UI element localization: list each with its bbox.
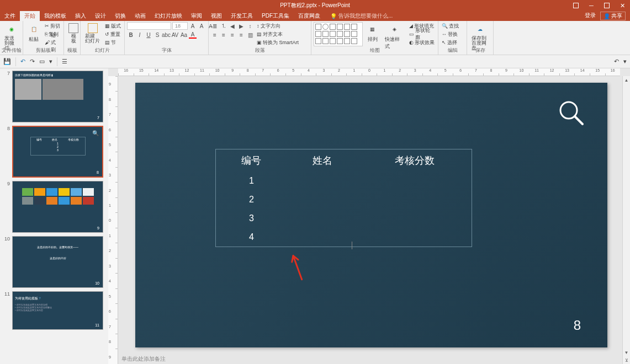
close-button[interactable]: ✕ <box>615 0 630 11</box>
scroll-up-button[interactable]: ▲ <box>623 76 630 84</box>
table-cell[interactable]: 4 <box>216 228 287 247</box>
table-cell[interactable] <box>287 209 358 228</box>
increase-indent-button[interactable]: ▶ <box>237 22 245 30</box>
table-cell[interactable] <box>287 172 358 190</box>
align-left-button[interactable]: ≡ <box>211 31 219 39</box>
tab-baidu[interactable]: 百度网盘 <box>294 11 325 21</box>
arrange-button[interactable]: ▦ 排列 <box>364 22 381 44</box>
underline-button[interactable]: U <box>145 31 152 39</box>
slide-canvas[interactable]: 编号 姓名 考核分数 1 2 3 4 8 <box>135 83 607 347</box>
slide-thumbnail-selected[interactable]: 🔍 编号姓名考核分数 123 8 <box>12 126 103 178</box>
shape-effects-button[interactable]: ◐形状效果 <box>408 39 436 46</box>
reset-button[interactable]: ↺重置 <box>104 30 122 38</box>
decrease-indent-button[interactable]: ◀ <box>229 22 236 30</box>
shadow-button[interactable]: abc <box>162 31 170 39</box>
file-menu[interactable]: 文件 <box>0 12 20 20</box>
share-button[interactable]: 👤 共享 <box>600 12 626 20</box>
shapes-gallery[interactable] <box>314 22 363 46</box>
tab-developer[interactable]: 开发工具 <box>226 11 257 21</box>
align-right-button[interactable]: ≡ <box>229 31 236 39</box>
template-button[interactable]: 模 板 <box>66 22 81 45</box>
group-label-template: 模板 <box>64 47 80 54</box>
tab-my-templates[interactable]: 我的模板 <box>40 11 71 21</box>
font-color-button[interactable]: A <box>189 31 197 39</box>
replace-button[interactable]: ↔替换 <box>441 30 460 38</box>
slide-table[interactable]: 编号 姓名 考核分数 1 2 3 4 <box>215 149 472 247</box>
line-spacing-button[interactable]: ↕ <box>246 22 254 30</box>
table-cell[interactable]: 2 <box>216 190 287 209</box>
table-cell[interactable] <box>358 172 472 190</box>
format-painter-button[interactable]: 🖌格式刷 <box>44 39 61 46</box>
cut-button[interactable]: ✂剪切 <box>44 22 61 30</box>
paste-button[interactable]: 📋 粘贴 <box>25 22 42 44</box>
slide-thumbnail[interactable]: 连接下面两张图的效果是纯粹 ▮ 7 <box>12 71 103 122</box>
touch-mode-button[interactable]: ☰ <box>62 58 67 65</box>
text-cursor <box>352 242 352 249</box>
increase-font-button[interactable]: A <box>189 22 197 30</box>
table-cell[interactable]: 3 <box>216 209 287 228</box>
table-header[interactable]: 考核分数 <box>358 149 472 172</box>
table-cell[interactable] <box>358 190 472 209</box>
tell-me-search[interactable]: 💡 告诉我您想要做什么... <box>330 12 393 20</box>
qat-undo2-button[interactable]: ↶ <box>614 58 619 65</box>
tab-view[interactable]: 视图 <box>207 11 226 21</box>
columns-button[interactable]: ▥ <box>246 31 254 39</box>
bullets-button[interactable]: ≣ <box>211 22 219 30</box>
change-case-button[interactable]: Aa <box>180 31 188 39</box>
thumbnail-panel[interactable]: 7 连接下面两张图的效果是纯粹 ▮ 7 8 🔍 编号姓名考核分数 123 8 <box>0 68 108 364</box>
redo-button[interactable]: ↷ <box>30 58 35 65</box>
save-button[interactable]: 💾 <box>3 58 11 65</box>
select-button[interactable]: ↖选择 <box>441 39 460 46</box>
tab-insert[interactable]: 插入 <box>71 11 91 21</box>
horizontal-ruler[interactable]: 1615141312111098765432101234567891011121… <box>118 68 620 76</box>
shape-outline-button[interactable]: ▭形状轮廓 <box>408 30 436 38</box>
find-button[interactable]: 🔍查找 <box>441 22 460 30</box>
tab-design[interactable]: 设计 <box>91 11 110 21</box>
table-cell[interactable]: 1 <box>216 172 287 190</box>
italic-button[interactable]: I <box>136 31 144 39</box>
login-button[interactable]: 登录 <box>585 12 596 20</box>
align-text-button[interactable]: ▤对齐文本 <box>256 30 300 38</box>
qat-more-button[interactable]: ▾ <box>49 58 52 65</box>
tab-review[interactable]: 审阅 <box>187 11 207 21</box>
new-slide-button[interactable]: 新建 幻灯片 <box>83 22 102 45</box>
tab-slideshow[interactable]: 幻灯片放映 <box>150 11 187 21</box>
text-direction-button[interactable]: ↕文字方向 <box>256 22 300 30</box>
layout-button[interactable]: ▦版式 <box>104 22 122 30</box>
minimize-button[interactable]: ─ <box>584 0 599 11</box>
convert-smartart-button[interactable]: ▣转换为 SmartArt <box>256 39 300 46</box>
vertical-scrollbar[interactable]: ▲ ▼ ⊻ <box>622 76 630 364</box>
tab-transitions[interactable]: 切换 <box>110 11 130 21</box>
table-cell[interactable] <box>287 228 358 247</box>
char-spacing-button[interactable]: AV <box>171 31 179 39</box>
vertical-ruler[interactable]: 9876543210123456789 <box>108 76 118 364</box>
table-cell[interactable] <box>358 228 472 247</box>
bold-button[interactable]: B <box>127 31 135 39</box>
align-center-button[interactable]: ≡ <box>220 31 227 39</box>
slide-thumbnail[interactable]: 9 <box>12 181 103 233</box>
numbering-button[interactable]: ⒈ <box>220 22 227 30</box>
qat-customize-button[interactable]: ▾ <box>623 58 627 65</box>
justify-button[interactable]: ≡ <box>237 31 245 39</box>
font-family-input[interactable] <box>127 22 171 30</box>
scroll-down-button[interactable]: ▼ <box>623 349 630 356</box>
slide-thumbnail[interactable]: 这是好的不好的。这里时候没—— 这是好的不好 10 <box>12 236 103 288</box>
table-header[interactable]: 姓名 <box>287 149 358 172</box>
ribbon-options-icon[interactable] <box>568 0 584 11</box>
tab-pdf-tools[interactable]: PDF工具集 <box>257 11 294 21</box>
strikethrough-button[interactable]: S <box>153 31 161 39</box>
section-button[interactable]: ▤节 <box>104 39 122 46</box>
undo-button[interactable]: ↶ <box>20 58 25 65</box>
decrease-font-button[interactable]: A <box>198 22 205 30</box>
table-header[interactable]: 编号 <box>216 149 287 172</box>
tab-animations[interactable]: 动画 <box>130 11 150 21</box>
maximize-button[interactable] <box>599 0 615 11</box>
next-slide-button[interactable]: ⊻ <box>623 356 630 364</box>
notes-placeholder[interactable]: 单击此处添加备注 <box>121 355 166 363</box>
tab-home[interactable]: 开始 <box>20 11 40 21</box>
table-cell[interactable] <box>358 209 472 228</box>
slide-thumbnail[interactable]: 为何使用此模板？ • 你可以在此处放置文本内容说明• 你可以在此处放置文本内容说… <box>12 291 103 330</box>
font-size-input[interactable] <box>172 22 188 30</box>
table-cell[interactable] <box>287 190 358 209</box>
qat-slideshow-button[interactable]: ▭ <box>39 58 45 65</box>
